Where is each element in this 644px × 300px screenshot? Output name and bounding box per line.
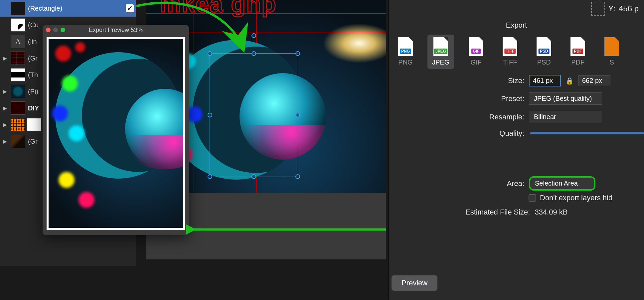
bokeh-dot <box>52 105 68 121</box>
layer-thumb <box>11 18 25 32</box>
minimize-icon[interactable] <box>53 28 58 32</box>
preset-label: Preset: <box>458 94 524 103</box>
tiff-file-icon: TIFF <box>503 37 517 56</box>
selection-handle-e[interactable] <box>295 113 300 117</box>
bokeh-dot <box>59 172 75 188</box>
size-label: Size: <box>458 76 524 85</box>
preview-artwork <box>49 39 183 228</box>
png-file-icon: PNG <box>398 37 413 56</box>
format-label: TIFF <box>503 59 517 66</box>
gif-file-icon: GIF <box>469 37 483 56</box>
bokeh-dot <box>55 46 71 62</box>
est-value: 334.09 kB <box>535 208 567 217</box>
size-height-input[interactable]: 662 px <box>578 75 610 86</box>
preset-row: Preset: JPEG (Best quality) <box>458 92 644 105</box>
psd-file-icon: PSD <box>537 37 551 56</box>
preset-dropdown[interactable]: JPEG (Best quality) <box>529 92 602 105</box>
format-tiff[interactable]: TIFF TIFF <box>498 35 522 69</box>
format-pdf[interactable]: PDF PDF <box>566 35 590 69</box>
preview-titlebar[interactable]: Export Preview 53% <box>43 25 189 35</box>
pdf-file-icon: PDF <box>570 37 585 56</box>
export-title: Export <box>389 21 644 30</box>
area-label: Area: <box>458 179 524 188</box>
layer-thumb <box>11 85 25 98</box>
disclosure-icon[interactable]: ▶ <box>2 56 8 61</box>
coordinate-bar: Y: 456 p <box>586 0 644 17</box>
y-label: Y: <box>608 4 615 13</box>
preview-body <box>47 37 185 230</box>
format-row: PNG PNG JPEG JPEG GIF GIF TIFF TIFF PSD … <box>389 33 644 70</box>
preview-button[interactable]: Preview <box>392 275 437 291</box>
size-row: Size: 461 px 🔒 662 px <box>458 75 644 86</box>
layer-row-rectangle[interactable]: (Rectangle) ✓ <box>0 0 136 17</box>
format-label: GIF <box>471 59 482 66</box>
selection-handle-n[interactable] <box>251 51 256 56</box>
selection-handle-s[interactable] <box>251 174 256 179</box>
export-panel: Y: 456 p Export PNG PNG JPEG JPEG GIF GI… <box>389 0 644 300</box>
selection-handle-se[interactable] <box>295 174 300 179</box>
layer-thumb <box>11 118 25 131</box>
layer-name: (Rectangle) <box>28 5 123 12</box>
layer-thumb <box>11 135 25 148</box>
export-preview-window[interactable]: Export Preview 53% <box>43 25 189 235</box>
format-psd[interactable]: PSD PSD <box>532 35 556 69</box>
estimated-file-size-row: Estimated File Size: 334.09 kB <box>465 208 644 217</box>
layer-mask <box>27 118 41 131</box>
layer-thumb <box>11 2 25 15</box>
area-value: Selection Area <box>535 180 578 187</box>
layer-thumb <box>11 68 25 81</box>
svg-file-icon <box>604 37 619 56</box>
outlined-text: mkea gnp <box>160 0 277 17</box>
selection-handle-w[interactable] <box>208 113 212 117</box>
disclosure-icon[interactable]: ▶ <box>2 139 8 144</box>
jpeg-file-icon: JPEG <box>433 37 448 56</box>
resample-row: Resample: Bilinear <box>458 111 644 123</box>
export-settings: Size: 461 px 🔒 662 px Preset: JPEG (Best… <box>458 75 644 191</box>
selection-handle-ne[interactable] <box>295 51 300 56</box>
est-label: Estimated File Size: <box>465 208 530 217</box>
format-svg[interactable]: S <box>600 35 624 69</box>
layer-visibility-checkbox[interactable]: ✓ <box>126 4 134 12</box>
close-icon[interactable] <box>46 28 51 32</box>
format-label: PSD <box>537 59 551 66</box>
disclosure-icon[interactable]: ▶ <box>2 105 8 111</box>
quality-row: Quality: <box>458 129 644 138</box>
selection-indicator-icon <box>591 2 605 16</box>
size-width-input[interactable]: 461 px <box>529 75 561 86</box>
hide-layers-row: Don't export layers hid <box>529 194 644 202</box>
selection-rotate-handle[interactable] <box>251 33 256 38</box>
guide-horizontal[interactable] <box>146 13 386 14</box>
bokeh-dot <box>75 42 85 52</box>
format-gif[interactable]: GIF GIF <box>464 35 488 69</box>
disclosure-icon[interactable]: ▶ <box>2 89 8 94</box>
layer-thumb <box>11 101 25 115</box>
bokeh-dot <box>79 192 94 208</box>
format-label: PNG <box>398 59 412 66</box>
bokeh-dot <box>69 125 84 141</box>
preset-value: JPEG (Best quality) <box>534 95 592 102</box>
format-label: JPEG <box>432 59 449 66</box>
area-row: Area: Selection Area <box>458 176 644 191</box>
preview-window-title: Export Preview 53% <box>89 27 143 34</box>
bokeh-dot <box>62 75 78 91</box>
format-label: PDF <box>571 59 584 66</box>
layer-thumb: A <box>11 35 25 48</box>
y-value: 456 p <box>619 4 639 13</box>
resample-dropdown[interactable]: Bilinear <box>529 111 602 123</box>
format-jpeg[interactable]: JPEG JPEG <box>427 35 454 69</box>
area-dropdown[interactable]: Selection Area <box>529 176 595 191</box>
format-png[interactable]: PNG PNG <box>394 35 417 69</box>
format-label: S <box>610 59 614 66</box>
layer-thumb <box>11 52 25 65</box>
zoom-icon[interactable] <box>61 28 65 32</box>
selection-handle-nw[interactable] <box>208 51 212 56</box>
hide-layers-checkbox[interactable] <box>529 194 536 202</box>
quality-slider[interactable] <box>530 132 644 134</box>
disclosure-icon[interactable]: ▶ <box>2 122 8 127</box>
selection-box[interactable] <box>210 53 298 177</box>
selection-handle-sw[interactable] <box>208 174 212 179</box>
resample-label: Resample: <box>458 113 524 121</box>
lock-icon[interactable]: 🔒 <box>565 77 574 85</box>
resample-value: Bilinear <box>534 113 556 121</box>
quality-label: Quality: <box>458 129 524 138</box>
